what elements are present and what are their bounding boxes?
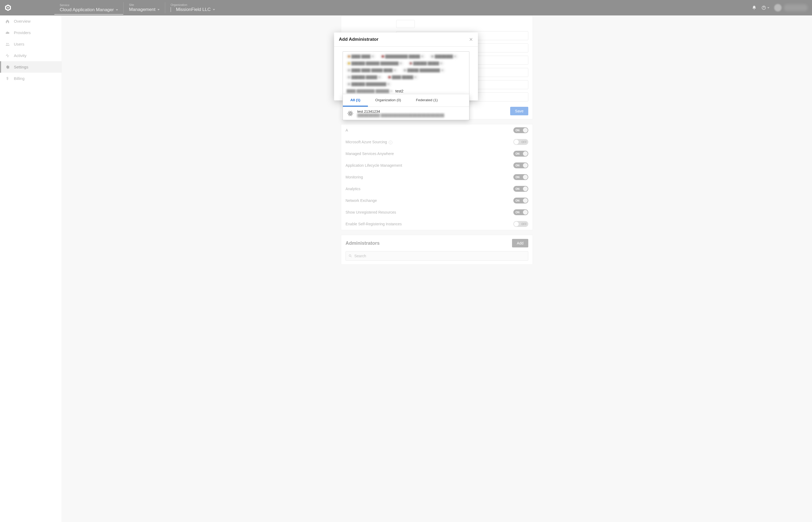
autocomplete-tab[interactable]: Organization (0) bbox=[368, 94, 409, 106]
admin-typeahead-input[interactable] bbox=[395, 89, 467, 93]
autocomplete-result[interactable]: test 21341234 ██████████ ███████████████… bbox=[343, 107, 469, 120]
autocomplete-tab[interactable]: All (1) bbox=[343, 94, 368, 106]
result-subtext-blurred: ██████████ ████████████████████████████ bbox=[357, 114, 444, 117]
autocomplete-dropdown: All (1)Organization (0)Federated (1) tes… bbox=[342, 94, 470, 120]
result-name: test 21341234 bbox=[357, 109, 444, 114]
autocomplete-tab[interactable]: Federated (1) bbox=[409, 94, 445, 106]
modal-title: Add Administrator bbox=[339, 37, 379, 42]
admin-token-input[interactable]: ████ ████ ✕ ██████████ █████ ✕ ████████ … bbox=[342, 52, 470, 95]
close-icon[interactable] bbox=[469, 37, 473, 42]
add-administrator-modal: Add Administrator ████ ████ ✕ ██████████… bbox=[334, 33, 478, 100]
result-avatar-icon bbox=[346, 110, 354, 117]
svg-point-11 bbox=[350, 113, 351, 114]
